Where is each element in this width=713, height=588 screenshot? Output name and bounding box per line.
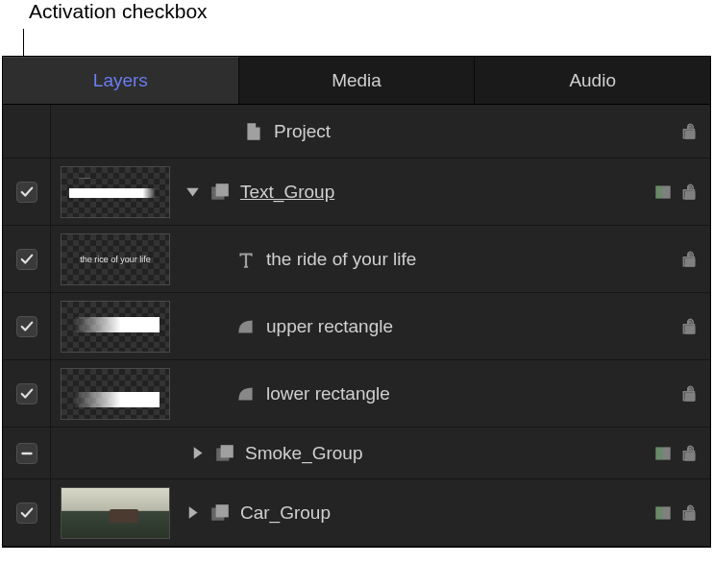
shape-icon <box>235 383 257 404</box>
svg-rect-19 <box>216 504 229 517</box>
svg-rect-14 <box>655 447 663 459</box>
actions <box>652 443 701 464</box>
layer-name[interactable]: the ride of your life <box>266 249 416 270</box>
layer-content: Project <box>185 121 679 142</box>
actions <box>679 121 701 142</box>
thumb-cell <box>51 105 185 158</box>
disclosure-triangle-icon[interactable] <box>190 446 205 460</box>
actions <box>679 383 701 404</box>
svg-marker-1 <box>186 188 199 197</box>
thumb-cell <box>51 360 185 427</box>
svg-rect-4 <box>655 185 663 198</box>
checkbox-cell <box>3 226 51 292</box>
tab-media[interactable]: Media <box>239 57 476 104</box>
layer-thumbnail[interactable] <box>61 301 170 353</box>
layer-row-smoke-group[interactable]: Smoke_Group <box>3 428 710 479</box>
checkbox-cell <box>3 293 51 359</box>
document-icon <box>243 121 264 142</box>
layer-name[interactable]: Smoke_Group <box>245 443 363 464</box>
lock-icon[interactable] <box>679 316 701 337</box>
actions <box>652 502 701 524</box>
checkbox-cell <box>3 428 51 478</box>
layer-row-project[interactable]: Project <box>3 105 710 159</box>
checkbox-cell <box>3 360 51 427</box>
thumb-cell <box>51 428 185 478</box>
svg-rect-8 <box>685 325 696 333</box>
actions <box>679 316 701 337</box>
disclosure-triangle-icon[interactable] <box>185 184 200 199</box>
annotation-label: Activation checkbox <box>29 0 208 23</box>
svg-rect-20 <box>655 506 663 519</box>
actions <box>679 249 701 270</box>
layer-thumbnail[interactable]: ------ <box>61 166 170 218</box>
layer-row-upper-rect[interactable]: upper rectangle <box>3 293 710 360</box>
layer-row-lower-rect[interactable]: lower rectangle <box>3 360 710 428</box>
thumb-cell: ------ <box>51 159 185 225</box>
svg-marker-17 <box>189 506 198 519</box>
layer-thumbnail[interactable]: the rice of your life <box>61 233 170 285</box>
checkbox-cell <box>3 159 51 225</box>
svg-rect-6 <box>685 190 696 199</box>
svg-rect-7 <box>685 257 696 266</box>
actions <box>652 182 701 203</box>
layers-panel: LayersMediaAudio Project------Text_Group… <box>2 56 711 548</box>
layer-content: Text_Group <box>185 182 652 203</box>
layer-name[interactable]: Project <box>274 121 331 142</box>
layer-name[interactable]: upper rectangle <box>266 316 393 337</box>
layer-content: upper rectangle <box>185 316 679 337</box>
layer-content: Smoke_Group <box>185 443 652 464</box>
svg-rect-0 <box>685 130 696 138</box>
shape-icon <box>235 316 257 337</box>
thumb-cell <box>51 479 185 546</box>
disclosure-triangle-icon[interactable] <box>185 505 200 520</box>
lock-icon[interactable] <box>679 249 701 270</box>
tabs: LayersMediaAudio <box>3 57 710 105</box>
group-icon <box>209 182 231 203</box>
svg-rect-5 <box>663 185 671 198</box>
layer-name[interactable]: Text_Group <box>240 182 334 203</box>
group-icon <box>209 502 231 524</box>
svg-rect-13 <box>221 445 234 457</box>
svg-marker-11 <box>194 447 203 459</box>
flag-icon[interactable] <box>652 443 674 464</box>
lock-icon[interactable] <box>679 443 701 464</box>
layer-content: the ride of your life <box>185 249 679 270</box>
svg-rect-16 <box>685 452 696 460</box>
lock-icon[interactable] <box>679 182 701 203</box>
layer-row-text-group[interactable]: ------Text_Group <box>3 159 710 226</box>
checkbox-cell <box>3 105 51 158</box>
activation-checkbox[interactable] <box>16 316 37 337</box>
svg-rect-21 <box>663 506 671 519</box>
svg-rect-3 <box>216 184 229 196</box>
layer-content: Car_Group <box>185 502 652 524</box>
activation-checkbox[interactable] <box>16 249 37 270</box>
layer-thumbnail[interactable] <box>61 487 170 539</box>
layer-thumbnail[interactable] <box>61 368 170 420</box>
layer-name[interactable]: Car_Group <box>240 502 331 524</box>
svg-rect-9 <box>685 392 696 401</box>
tab-layers[interactable]: Layers <box>3 57 239 104</box>
layer-content: lower rectangle <box>185 383 679 404</box>
svg-rect-15 <box>663 447 671 459</box>
activation-checkbox[interactable] <box>16 502 37 524</box>
text-icon <box>235 249 257 270</box>
group-icon <box>214 443 235 464</box>
layer-row-car-group[interactable]: Car_Group <box>3 479 710 547</box>
layer-name[interactable]: lower rectangle <box>266 383 390 404</box>
activation-checkbox[interactable] <box>16 383 37 404</box>
thumb-cell <box>51 293 185 359</box>
lock-icon[interactable] <box>679 121 701 142</box>
layer-row-ride[interactable]: the rice of your lifethe ride of your li… <box>3 226 710 293</box>
activation-checkbox[interactable] <box>16 443 37 464</box>
flag-icon[interactable] <box>652 502 674 524</box>
lock-icon[interactable] <box>679 502 701 524</box>
thumb-cell: the rice of your life <box>51 226 185 292</box>
activation-checkbox[interactable] <box>16 182 37 203</box>
svg-rect-22 <box>685 511 696 520</box>
layers-list: Project------Text_Groupthe rice of your … <box>3 105 710 547</box>
flag-icon[interactable] <box>652 182 674 203</box>
lock-icon[interactable] <box>679 383 701 404</box>
checkbox-cell <box>3 479 51 546</box>
tab-audio[interactable]: Audio <box>475 57 710 104</box>
